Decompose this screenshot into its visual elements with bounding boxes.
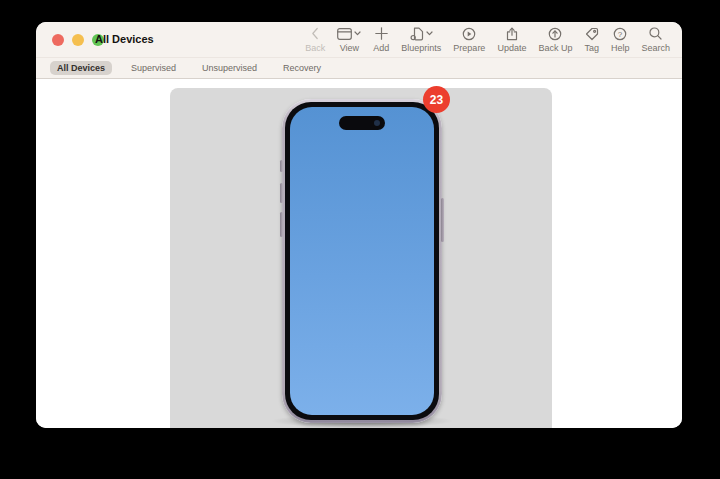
circled-question-icon: ?	[613, 26, 627, 41]
update-label: Update	[497, 43, 526, 53]
back-label: Back	[305, 43, 325, 53]
tab-supervised[interactable]: Supervised	[124, 61, 183, 75]
view-button[interactable]: View	[331, 26, 367, 53]
blueprint-document-icon	[410, 26, 433, 41]
iphone-screen	[290, 107, 434, 415]
magnifier-icon	[649, 26, 662, 41]
help-label: Help	[611, 43, 630, 53]
tab-recovery[interactable]: Recovery	[276, 61, 328, 75]
close-button[interactable]	[52, 34, 64, 46]
svg-text:?: ?	[618, 30, 623, 39]
plus-icon	[375, 26, 388, 41]
volume-down-button	[280, 212, 283, 237]
tab-all-devices[interactable]: All Devices	[50, 61, 112, 75]
device-list-area: 23	[36, 79, 682, 428]
share-up-icon	[506, 26, 518, 41]
search-button[interactable]: Search	[635, 26, 676, 53]
power-button	[441, 198, 444, 242]
notification-badge: 23	[423, 86, 450, 113]
device-cell[interactable]: 23	[170, 88, 552, 428]
scope-tab-bar: All Devices Supervised Unsupervised Reco…	[36, 57, 682, 79]
chevron-down-icon	[354, 31, 361, 36]
add-label: Add	[373, 43, 389, 53]
dynamic-island	[339, 116, 385, 130]
front-camera-icon	[374, 120, 380, 126]
chevron-left-icon	[311, 26, 319, 41]
backup-button[interactable]: Back Up	[532, 26, 578, 53]
tag-icon	[585, 26, 599, 41]
window-title: All Devices	[95, 22, 154, 57]
prepare-label: Prepare	[453, 43, 485, 53]
blueprints-label: Blueprints	[401, 43, 441, 53]
circled-up-arrow-icon	[548, 26, 562, 41]
minimize-button[interactable]	[72, 34, 84, 46]
view-label: View	[340, 43, 359, 53]
circled-play-icon	[462, 26, 476, 41]
toolbar: Back View Add	[299, 26, 676, 53]
iphone-mockup	[282, 99, 442, 423]
chevron-down-icon	[426, 31, 433, 36]
title-bar: All Devices Back View Add	[36, 22, 682, 57]
help-button[interactable]: ? Help	[605, 26, 636, 53]
backup-label: Back Up	[538, 43, 572, 53]
search-label: Search	[641, 43, 670, 53]
prepare-button[interactable]: Prepare	[447, 26, 491, 53]
tab-unsupervised[interactable]: Unsupervised	[195, 61, 264, 75]
back-button[interactable]: Back	[299, 26, 331, 53]
action-button	[280, 160, 283, 172]
tag-button[interactable]: Tag	[578, 26, 605, 53]
tag-label: Tag	[584, 43, 599, 53]
app-window: All Devices Back View Add	[36, 22, 682, 428]
volume-up-button	[280, 183, 283, 203]
blueprints-button[interactable]: Blueprints	[395, 26, 447, 53]
window-icon	[337, 26, 361, 41]
add-button[interactable]: Add	[367, 26, 395, 53]
update-button[interactable]: Update	[491, 26, 532, 53]
